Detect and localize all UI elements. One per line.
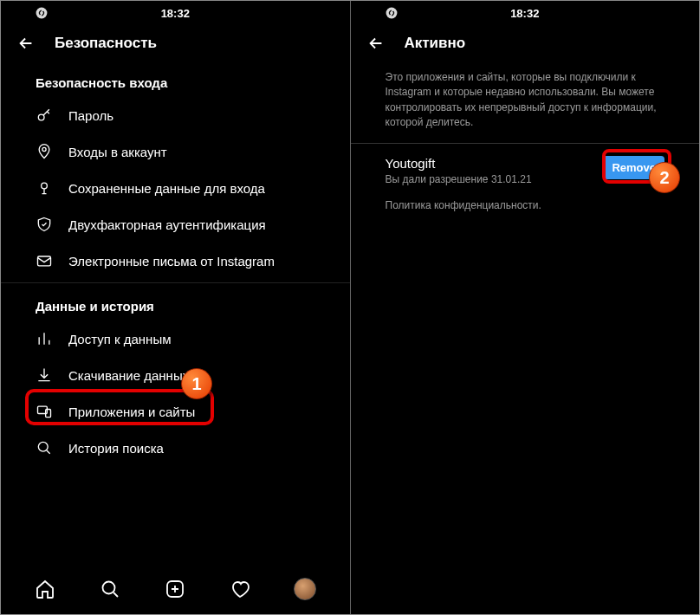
status-bar: 18:32 bbox=[1, 1, 350, 25]
privacy-policy-link[interactable]: Политика конфиденциальности. bbox=[351, 191, 700, 220]
annotation-badge-2: 2 bbox=[649, 162, 680, 193]
back-arrow-icon[interactable] bbox=[366, 34, 386, 53]
connected-app-row: Youtogift Вы дали разрешение 31.01.21 Re… bbox=[351, 144, 700, 191]
section-login-security: Безопасность входа bbox=[1, 65, 350, 97]
item-emails[interactable]: Электронные письма от Instagram bbox=[1, 243, 350, 279]
svg-point-2 bbox=[42, 147, 46, 151]
svg-point-0 bbox=[36, 8, 48, 19]
page-description: Это приложения и сайты, которые вы подкл… bbox=[351, 65, 700, 143]
item-label: Приложения и сайты bbox=[68, 405, 195, 419]
section-data-history: Данные и история bbox=[1, 288, 350, 320]
nav-activity-icon[interactable] bbox=[229, 578, 251, 600]
item-search-history[interactable]: История поиска bbox=[1, 430, 350, 466]
item-download-data[interactable]: Скачивание данных bbox=[1, 357, 350, 393]
section-divider bbox=[1, 282, 350, 283]
page-header: Безопасность bbox=[1, 25, 350, 65]
item-login-activity[interactable]: Входы в аккаунт bbox=[1, 133, 350, 170]
key-icon bbox=[36, 107, 53, 124]
item-label: Пароль bbox=[68, 108, 113, 123]
item-label: Доступ к данным bbox=[68, 332, 171, 346]
location-pin-icon bbox=[36, 143, 53, 160]
svg-point-10 bbox=[386, 8, 397, 19]
status-time: 18:32 bbox=[161, 7, 190, 20]
item-password[interactable]: Пароль bbox=[1, 97, 350, 133]
svg-point-7 bbox=[38, 442, 48, 451]
back-arrow-icon[interactable] bbox=[16, 34, 36, 53]
keyhole-icon bbox=[36, 179, 53, 197]
page-title: Активно bbox=[405, 35, 466, 52]
shazam-icon bbox=[386, 7, 398, 19]
svg-point-3 bbox=[42, 183, 48, 189]
mail-icon bbox=[36, 252, 53, 269]
item-saved-login[interactable]: Сохраненные данные для входа bbox=[1, 170, 350, 206]
bar-chart-icon bbox=[36, 330, 53, 347]
svg-point-1 bbox=[38, 114, 44, 120]
item-apps-and-sites[interactable]: Приложения и сайты bbox=[1, 393, 350, 430]
nav-home-icon[interactable] bbox=[34, 578, 56, 600]
bottom-nav bbox=[1, 564, 350, 614]
shazam-icon bbox=[36, 7, 48, 19]
item-label: История поиска bbox=[68, 441, 164, 456]
status-time: 18:32 bbox=[510, 7, 539, 20]
svg-rect-4 bbox=[38, 256, 51, 266]
download-icon bbox=[36, 366, 53, 384]
item-label: Сохраненные данные для входа bbox=[68, 181, 265, 196]
nav-search-icon[interactable] bbox=[99, 578, 121, 600]
right-phone-screen: 18:32 Активно Это приложения и сайты, ко… bbox=[351, 1, 700, 614]
item-data-access[interactable]: Доступ к данным bbox=[1, 320, 350, 357]
app-name: Youtogift bbox=[386, 156, 532, 171]
left-phone-screen: 18:32 Безопасность Безопасность входа Па… bbox=[1, 1, 350, 614]
nav-create-icon[interactable] bbox=[164, 578, 186, 600]
svg-point-8 bbox=[103, 582, 115, 594]
shield-check-icon bbox=[36, 216, 53, 233]
app-authorized-date: Вы дали разрешение 31.01.21 bbox=[386, 173, 532, 185]
item-label: Скачивание данных bbox=[68, 368, 189, 383]
item-two-factor[interactable]: Двухфакторная аутентификация bbox=[1, 206, 350, 243]
page-header: Активно bbox=[351, 25, 700, 65]
item-label: Входы в аккаунт bbox=[68, 145, 167, 159]
item-label: Двухфакторная аутентификация bbox=[68, 217, 266, 232]
search-icon bbox=[36, 439, 53, 456]
nav-profile-avatar[interactable] bbox=[294, 578, 316, 600]
devices-icon bbox=[36, 403, 53, 420]
status-bar: 18:32 bbox=[351, 1, 700, 25]
page-title: Безопасность bbox=[55, 35, 157, 52]
item-label: Электронные письма от Instagram bbox=[68, 254, 275, 269]
annotation-badge-1: 1 bbox=[181, 368, 212, 399]
